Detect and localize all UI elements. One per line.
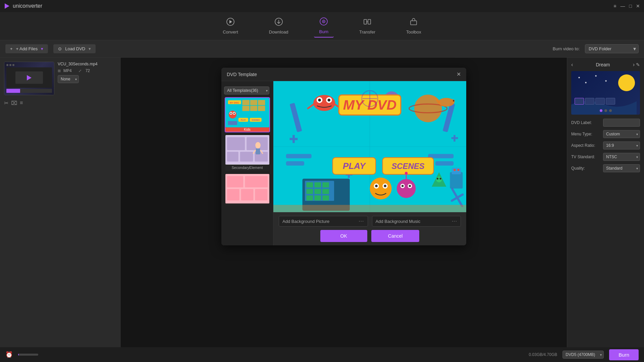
tv-standard-select-wrapper: NTSC PAL xyxy=(603,153,640,161)
svg-text:MY DISC: MY DISC xyxy=(230,102,239,104)
burn-video-select[interactable]: DVD Folder ISO File Disc xyxy=(585,44,639,53)
svg-point-111 xyxy=(401,185,404,187)
thumb-dot-2 xyxy=(9,64,11,66)
svg-rect-44 xyxy=(255,189,267,200)
play-triangle-icon xyxy=(27,75,32,80)
svg-rect-121 xyxy=(273,205,466,212)
none-select[interactable]: None xyxy=(58,75,79,83)
template-third[interactable] xyxy=(225,173,270,206)
secondary-preview xyxy=(225,135,269,165)
menu-icon[interactable]: ≡ xyxy=(613,3,616,9)
svg-rect-59 xyxy=(435,161,453,166)
svg-rect-76 xyxy=(450,172,463,189)
svg-rect-102 xyxy=(322,195,329,200)
bg-music-dots-icon[interactable]: ··· xyxy=(452,218,457,224)
menu-type-row: Menu Type: Custom Standard None xyxy=(571,130,640,138)
maximize-icon[interactable]: □ xyxy=(629,3,632,9)
burn-button[interactable]: Burn xyxy=(609,349,639,360)
svg-rect-100 xyxy=(307,195,313,200)
template-secondary[interactable]: SecondaryElement xyxy=(225,134,270,171)
edit-template-icon[interactable]: ✎ xyxy=(636,62,640,67)
svg-rect-97 xyxy=(307,189,313,194)
star-2: ★ xyxy=(585,81,587,84)
dvd-size-select[interactable]: DVD5 (4700MB) DVD9 (8540MB) xyxy=(562,351,604,359)
load-dvd-chevron-icon[interactable]: ▾ xyxy=(89,46,91,51)
settings-icon[interactable]: ≡ xyxy=(20,100,23,106)
svg-rect-49 xyxy=(290,138,298,140)
third-preview xyxy=(225,174,269,203)
cancel-button[interactable]: Cancel xyxy=(371,230,420,242)
plus-icon: + xyxy=(10,46,13,51)
template-dots xyxy=(600,109,612,112)
kids-badge: Kids xyxy=(225,127,269,132)
tv-standard-text: TV Standard: xyxy=(571,155,601,159)
load-dvd-button[interactable]: ⊙ Load DVD ▾ xyxy=(53,44,96,53)
svg-rect-9 xyxy=(411,21,417,25)
toolbar: + + Add Files ▾ ⊙ Load DVD ▾ Burn video … xyxy=(0,40,644,58)
third-svg xyxy=(225,174,269,203)
template-filter-select[interactable]: All Templates(36) Kids Classic Holiday xyxy=(224,86,269,95)
svg-rect-14 xyxy=(250,100,257,105)
template-kids[interactable]: MY DISC xyxy=(225,97,270,132)
modal-footer: Add Background Picture ··· Add Backgroun… xyxy=(273,212,466,245)
quality-row: Quality: Standard High Low xyxy=(571,164,640,172)
right-nav: ‹ Dream › ✎ xyxy=(571,62,640,68)
rp-thumbnails xyxy=(575,98,615,105)
nav-toolbox-label: Toolbox xyxy=(406,29,421,35)
next-template-button[interactable]: › xyxy=(633,62,635,68)
svg-rect-32 xyxy=(227,152,238,162)
rp-thumb-3 xyxy=(595,98,605,105)
rp-thumb-2 xyxy=(585,98,594,105)
add-files-button[interactable]: + + Add Files ▾ xyxy=(5,44,48,53)
left-panel: VCU_30Seconds.mp4 ⊞ MP4 ⤢ 72 None ▾ xyxy=(0,58,121,347)
nav-download[interactable]: Download xyxy=(264,15,294,37)
svg-text:PLAY: PLAY xyxy=(343,161,366,171)
svg-rect-99 xyxy=(322,189,329,194)
modal-close-button[interactable]: ✕ xyxy=(457,71,461,77)
quality-select[interactable]: Standard High Low xyxy=(603,164,640,172)
tv-standard-select[interactable]: NTSC PAL xyxy=(603,153,640,161)
bg-music-control[interactable]: Add Background Music ··· xyxy=(372,216,461,227)
disc-icon: ⊙ xyxy=(58,46,62,51)
titlebar-controls[interactable]: ≡ — □ ✕ xyxy=(613,3,640,9)
dot-2[interactable] xyxy=(604,109,607,112)
ok-button[interactable]: OK xyxy=(320,230,367,242)
bg-picture-dots-icon[interactable]: ··· xyxy=(359,218,364,224)
nav-transfer[interactable]: Transfer xyxy=(354,15,381,37)
svg-rect-17 xyxy=(250,106,257,111)
bg-picture-control[interactable]: Add Background Picture ··· xyxy=(279,216,368,227)
dvd-label-input[interactable] xyxy=(603,119,640,127)
svg-point-117 xyxy=(437,178,438,179)
svg-point-79 xyxy=(457,169,460,171)
svg-rect-95 xyxy=(314,182,321,187)
svg-rect-57 xyxy=(286,161,304,166)
none-dropdown-wrapper: None ▾ xyxy=(58,75,79,83)
svg-text:SCENES: SCENES xyxy=(252,119,260,121)
aspect-ratio-select[interactable]: 16:9 4:3 xyxy=(603,141,640,149)
quality-text: Quality: xyxy=(571,166,601,171)
crop-icon[interactable]: ⌧ xyxy=(11,100,17,106)
file-format: MP4 xyxy=(63,68,72,73)
third-label xyxy=(225,203,269,205)
nav-burn[interactable]: Burn xyxy=(314,14,334,38)
menu-type-select[interactable]: Custom Standard None xyxy=(603,130,640,138)
scissors-icon[interactable]: ✂ xyxy=(4,100,8,106)
svg-point-74 xyxy=(453,100,454,101)
svg-rect-98 xyxy=(314,189,321,194)
secondary-svg xyxy=(225,135,269,165)
video-row: VCU_30Seconds.mp4 ⊞ MP4 ⤢ 72 None ▾ xyxy=(4,62,117,95)
aspect-ratio-row: Aspect Ratio: 16:9 4:3 xyxy=(571,141,640,149)
template-filter-area: All Templates(36) Kids Classic Holiday xyxy=(224,86,270,95)
nav-convert[interactable]: Convert xyxy=(217,15,244,37)
file-size: 72 xyxy=(86,68,90,73)
svg-point-69 xyxy=(328,99,331,102)
add-files-chevron-icon[interactable]: ▾ xyxy=(41,46,43,51)
grid-icon: ⊞ xyxy=(58,69,61,73)
dot-1[interactable] xyxy=(600,109,602,112)
modal-preview-area: MY DVD PLAY xyxy=(273,81,466,212)
dot-3[interactable] xyxy=(609,109,612,112)
menu-type-text: Menu Type: xyxy=(571,132,601,136)
nav-toolbox[interactable]: Toolbox xyxy=(401,15,427,37)
minimize-icon[interactable]: — xyxy=(621,3,625,9)
close-icon[interactable]: ✕ xyxy=(636,3,640,9)
